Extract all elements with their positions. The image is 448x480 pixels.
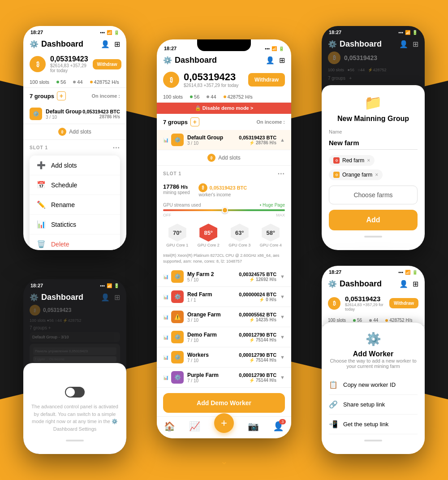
gpu-core-1: 70° GPU Core 1 [166,224,188,247]
farm-tag-orange-label: Orange farm [342,172,372,178]
qr-icon-tl[interactable]: ⊞ [114,40,120,48]
menu-rename-label: Rename [51,201,75,208]
worker-sub: Choose the way to add a new worker to yo… [329,358,418,369]
toggle-switch[interactable] [30,387,119,398]
gpu-streams-main: GPU streams used • Huge Page OFF MAX [157,201,291,221]
nav-camera[interactable]: 📷 [248,421,259,432]
group-icon-orangefarm: ⚠️ [171,311,184,323]
notification-badge: 3 [279,419,286,424]
qr-icon-br[interactable]: ⊞ [413,280,418,288]
menu-statistics[interactable]: 📊 Statictics [30,215,120,234]
menu-schedule[interactable]: 📅 Schedule [30,175,120,195]
gpu-hex-2: 85° [199,224,217,242]
group-row-myfarm2[interactable]: 📊 ⚙️ My Farm 2 5 / 10 0,00324575 BTC ⚡ 1… [157,267,291,287]
group-info-purplefarm: Purple Farm 7 / 10 [187,372,219,383]
toggle-track[interactable] [65,387,85,398]
farm-tag-orange-close[interactable]: × [375,172,378,178]
group-row-default[interactable]: 📊 ⚙️ Default Group 3 / 10 0,05319423 BTC… [157,130,291,150]
balance-info-tl: 0,05319423 $2614,83 +357,29 for today [50,55,88,73]
group-info-myfarm2: My Farm 2 5 / 10 [187,271,214,282]
gear-icon-main: ⚙️ [163,56,172,65]
time-tr: 18:27 [329,30,341,35]
menu-rename[interactable]: ✏️ Rename [30,195,120,215]
gpu-hex-1: 70° [168,224,186,242]
menu-delete[interactable]: 🗑️ Delete [30,234,120,250]
status-bar-br: 18:27 ▪▪▪📶🔋 [322,266,425,277]
group-info-orangefarm: Orange Farm 3 / 10 [187,311,221,323]
title-br: Dashboard [340,279,396,289]
person-icon-tl[interactable]: 👤 [101,40,110,48]
person-icon-br[interactable]: 👤 [399,280,408,288]
chevron-myfarm2: ▼ [280,274,285,279]
scroll-indicator-bl [66,440,84,441]
status-bar-tl: 18:27 ▪▪▪📶🔋 [23,26,126,37]
group-icon-demofarm: ⚙️ [171,331,184,343]
group-row-redfarm[interactable]: 📊 ⚙️ Red Farm 1 / 1 0,00000024 BTC ⚡ 0 H… [157,287,291,307]
stat3-main: 428752 H/s [224,94,253,99]
worker-income-stat: ₿ 0,05319423 BTC worker's income [198,183,247,197]
slot-dots-tl[interactable]: ⋯ [112,143,120,152]
group-row-default-tl[interactable]: ⚙️ Default Group 3 / 10 0,05319423 BTC 2… [23,104,126,124]
worker-option-share[interactable]: 🔗 Share setup link [329,395,418,415]
add-slots-tl[interactable]: ₿ Add slots [23,124,126,140]
qr-icon-main[interactable]: ⊞ [279,56,285,65]
copy-icon: 📋 [329,381,338,389]
menu-stats-label: Statictics [51,221,76,228]
nav-person[interactable]: 👤 3 [273,421,284,432]
nav-home[interactable]: 🏠 [164,421,175,432]
home-icon: 🏠 [164,421,175,432]
context-menu-tl: ➕ Add slots 📅 Schedule ✏️ Rename 📊 Stati… [30,156,120,250]
menu-add-slots[interactable]: ➕ Add slots [30,156,120,175]
slot-dots-main[interactable]: ⋯ [277,169,285,178]
add-group-btn-tl[interactable]: + [57,91,66,100]
camera-icon-wrap: 📷 [248,421,259,432]
get-icon: 📲 [329,420,338,428]
qr-icon-tr[interactable]: ⊞ [413,40,418,48]
worker-option-copy[interactable]: 📋 Copy new worker ID [329,375,418,395]
header-icons-br: 👤 ⊞ [399,280,418,288]
choose-farms-btn[interactable]: Choose farms [329,186,418,204]
add-group-btn-main[interactable]: + [190,117,199,126]
withdraw-btn-main[interactable]: Withdraw [248,73,285,86]
gpu-cores-main: 70° GPU Core 1 85° GPU Core 2 63° GPU Co… [157,221,291,250]
person-icon-tr[interactable]: 👤 [399,40,408,48]
gpu-hex-4: 58° [262,224,280,242]
time-br: 18:27 [329,269,341,275]
cpu-info-main: Intel(R) Xeon(R) Platinum 8272CL CPU @ 2… [157,250,291,267]
add-btn-panel[interactable]: Add [329,210,418,230]
withdraw-btn-tl[interactable]: Withdraw [93,59,122,69]
worker-icon: ⚙️ [329,332,418,346]
add-slots-main[interactable]: ₿ Add slots [157,150,291,166]
add-demo-worker-btn[interactable]: Add Demo Worker [163,393,285,413]
chevron-purplefarm: ▼ [280,375,285,380]
group-info-default: Default Group 3 / 10 [187,134,223,146]
nav-chart[interactable]: 📈 [189,421,200,432]
person-icon-main[interactable]: 👤 [266,56,275,65]
group-name-default: Default Group [187,134,223,141]
farm-tag-red-label: Red farm [342,157,364,164]
coin-icon-sm-main: ₿ [207,154,215,162]
title-tr: Dashboard [340,39,396,49]
balance-amount-tl: 0,05319423 [50,55,88,63]
nav-add-btn[interactable]: + [214,413,234,433]
app-header-tl: ⚙️ Dashboard 👤 ⊞ [23,37,126,52]
worker-option-get[interactable]: 📲 Get the setup link [329,415,418,434]
app-header-bl: ⚙️ Dashboard 👤⊞ [23,290,126,305]
slider-labels: OFF MAX [163,213,285,217]
name-input[interactable] [329,136,418,150]
demo-banner-main[interactable]: 🔒 Disable demo mode > [157,103,291,114]
panel-title: New Mainning Group [329,115,418,123]
group-row-demofarm[interactable]: 📊 ⚙️ Demo Farm 7 / 10 0,00012790 BTC ⚡ 7… [157,327,291,347]
farm-tag-red: ⚙ Red farm × [329,155,375,166]
withdraw-btn-br[interactable]: Withdraw [389,298,418,308]
title-tl: Dashboard [41,39,98,49]
farm-tag-red-close[interactable]: × [367,157,370,164]
slider-thumb[interactable] [222,207,228,213]
mining-speed-val: 17786 H/s [163,183,190,190]
group-row-purplefarm[interactable]: 📊 ⚙️ Purple Farm 7 / 10 0,00012790 BTC ⚡… [157,368,291,388]
stat3-tl: 428752 H/s [90,79,119,85]
status-icons-main: ▪▪▪📶🔋 [265,46,284,51]
group-row-workers[interactable]: 📊 ⚙️ Workers 7 / 10 0,00012790 BTC ⚡ 751… [157,347,291,368]
top-right-phone: 18:27 ▪▪▪📶🔋 ⚙️ Dashboard 👤 ⊞ ₿ 0,0531942… [322,26,425,250]
group-row-orangefarm[interactable]: 📊 ⚠️ Orange Farm 3 / 10 0,00005562 BTC ⚡… [157,307,291,327]
